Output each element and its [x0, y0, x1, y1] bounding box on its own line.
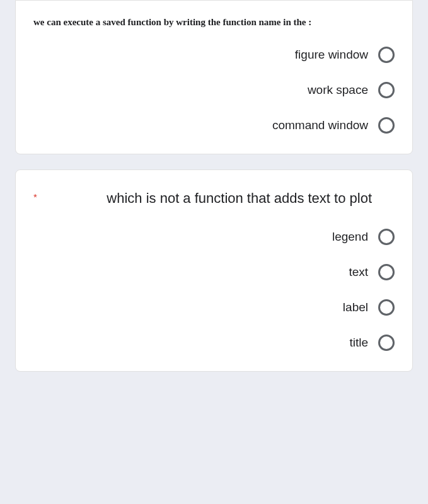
- radio-icon: [378, 117, 395, 134]
- radio-option[interactable]: title: [349, 335, 395, 351]
- required-asterisk: *: [33, 192, 37, 202]
- question-card-1: we can execute a saved function by writi…: [15, 0, 413, 154]
- option-label: text: [349, 265, 368, 279]
- options-group: legend text label title: [33, 229, 395, 351]
- radio-icon: [378, 229, 395, 245]
- question-card-2: * which is not a function that adds text…: [15, 169, 413, 372]
- radio-option[interactable]: command window: [272, 117, 395, 134]
- radio-option[interactable]: text: [349, 264, 395, 280]
- radio-icon: [378, 335, 395, 351]
- radio-option[interactable]: label: [343, 299, 395, 316]
- option-label: figure window: [295, 48, 368, 62]
- option-label: work space: [308, 83, 368, 97]
- radio-option[interactable]: figure window: [295, 47, 395, 63]
- option-label: label: [343, 301, 368, 314]
- options-group: figure window work space command window: [33, 47, 395, 134]
- question-text: we can execute a saved function by writi…: [33, 16, 395, 29]
- radio-option[interactable]: legend: [332, 229, 395, 245]
- question-header: * which is not a function that adds text…: [33, 188, 395, 229]
- radio-icon: [378, 299, 395, 316]
- radio-icon: [378, 264, 395, 280]
- radio-icon: [378, 82, 395, 98]
- option-label: command window: [272, 118, 368, 132]
- radio-option[interactable]: work space: [308, 82, 395, 98]
- option-label: title: [349, 336, 368, 350]
- option-label: legend: [332, 230, 368, 244]
- question-text: which is not a function that adds text t…: [50, 188, 372, 209]
- radio-icon: [378, 47, 395, 63]
